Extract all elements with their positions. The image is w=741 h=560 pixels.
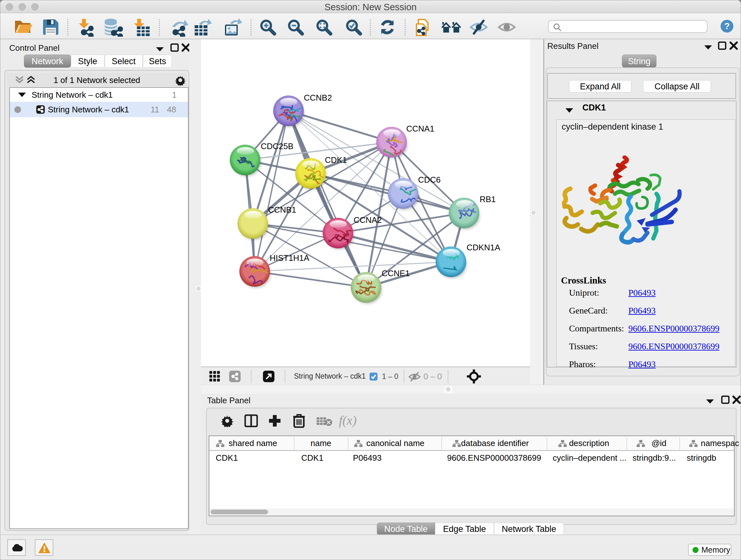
svg-text:?: ? (724, 21, 730, 31)
